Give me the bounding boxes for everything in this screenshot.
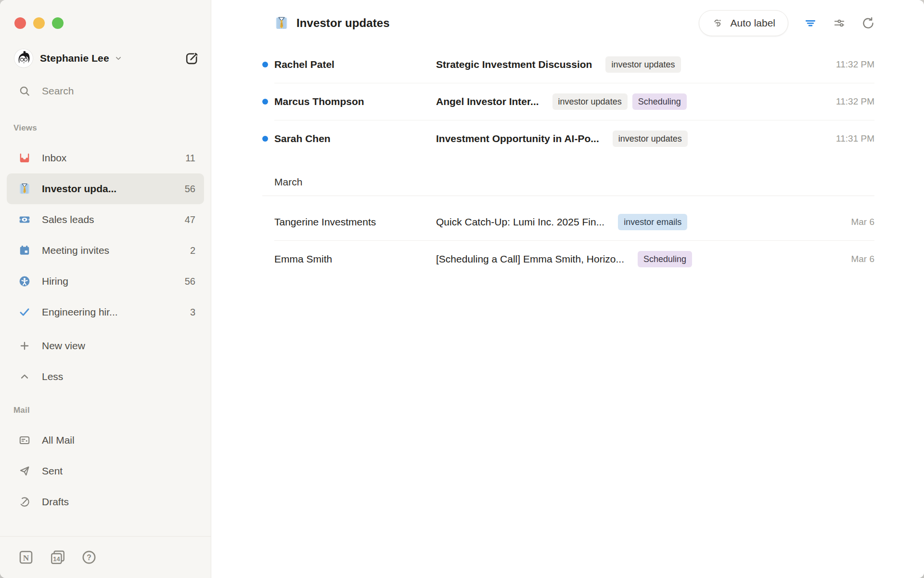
tag-investor-emails[interactable]: investor emails (618, 214, 687, 230)
email-time: Mar 6 (841, 254, 874, 264)
auto-label-button[interactable]: Auto label (699, 10, 788, 36)
chevron-up-icon (18, 370, 31, 383)
sidebar-item-label: Engineering hir... (42, 306, 118, 318)
search-button[interactable]: Search (18, 85, 211, 97)
unread-count: 47 (185, 214, 195, 225)
notion-logo-icon[interactable]: N (17, 549, 35, 566)
necktie-icon (274, 16, 289, 30)
sidebar-footer: N 14 ? (0, 536, 211, 578)
email-sender: Emma Smith (274, 253, 436, 265)
view-header: Investor updates Auto label (211, 0, 924, 46)
unread-count: 11 (185, 153, 195, 164)
email-row[interactable]: Tangerine Investments Quick Catch-Up: Lu… (211, 204, 924, 240)
person-circle-icon (18, 275, 31, 288)
email-row[interactable]: Rachel Patel Strategic Investment Discus… (211, 46, 924, 83)
sliders-icon[interactable] (833, 16, 846, 30)
sidebar-item-meeting-invites[interactable]: Meeting invites 2 (7, 235, 204, 266)
unread-count: 3 (190, 307, 195, 318)
sidebar: Stephanie Lee Search (0, 0, 211, 578)
close-window-button[interactable] (14, 17, 26, 29)
necktie-icon (18, 183, 31, 195)
mail-list: All Mail Sent Drafts (0, 425, 211, 517)
search-label: Search (42, 85, 74, 97)
svg-text:?: ? (87, 553, 91, 562)
unread-dot (262, 136, 268, 142)
notion-calendar-icon[interactable]: 14 (49, 549, 66, 566)
march-group: Tangerine Investments Quick Catch-Up: Lu… (211, 196, 924, 277)
filter-icon[interactable] (804, 16, 817, 30)
unread-dot (262, 62, 268, 67)
user-name: Stephanie Lee (40, 53, 109, 64)
zoom-window-button[interactable] (52, 17, 64, 29)
sidebar-item-sales-leads[interactable]: Sales leads 47 (7, 204, 204, 235)
views-section-label: Views (13, 123, 211, 133)
sidebar-item-label: All Mail (42, 434, 75, 446)
sidebar-item-label: Sent (42, 465, 63, 477)
refresh-icon[interactable] (861, 16, 875, 30)
app-window: Stephanie Lee Search (0, 0, 924, 578)
unread-dot (262, 99, 268, 105)
email-time: 11:31 PM (826, 133, 874, 144)
less-label: Less (42, 371, 63, 382)
email-row[interactable]: Emma Smith [Scheduling a Call] Emma Smit… (211, 241, 924, 277)
tag-investor-updates[interactable]: investor updates (552, 93, 628, 110)
auto-label-icon (712, 17, 724, 29)
read-dot-placeholder (262, 256, 268, 262)
sidebar-item-label: Drafts (42, 496, 69, 508)
email-tags: investor updates (613, 131, 688, 147)
email-tags: investor emails (618, 214, 687, 230)
email-time: 11:32 PM (826, 96, 874, 107)
account-switcher[interactable]: Stephanie Lee (14, 49, 199, 67)
drafts-icon (18, 496, 31, 508)
email-tags: investor updates Scheduling (552, 93, 687, 110)
sidebar-item-sent[interactable]: Sent (7, 456, 204, 486)
new-view-button[interactable]: New view (7, 330, 204, 361)
new-view-label: New view (42, 340, 85, 352)
unread-count: 56 (185, 184, 195, 195)
search-icon (18, 85, 31, 97)
sidebar-item-all-mail[interactable]: All Mail (7, 425, 204, 456)
chevron-down-icon (114, 54, 123, 63)
views-list: Inbox 11 Investor upda... 56 (0, 143, 211, 392)
email-tags: Scheduling (638, 251, 692, 267)
svg-text:14: 14 (53, 555, 60, 563)
calendar-icon (18, 244, 31, 257)
inbox-icon (18, 152, 31, 164)
sidebar-item-hiring[interactable]: Hiring 56 (7, 266, 204, 297)
compose-button[interactable] (184, 51, 199, 66)
plus-icon (18, 340, 31, 352)
tag-scheduling[interactable]: Scheduling (638, 251, 692, 267)
email-row[interactable]: Sarah Chen Investment Opportunity in AI-… (211, 120, 924, 157)
email-sender: Marcus Thompson (274, 96, 436, 107)
sidebar-item-label: Investor upda... (42, 183, 116, 195)
email-time: 11:32 PM (826, 59, 874, 70)
email-row[interactable]: Marcus Thompson Angel Investor Inter... … (211, 83, 924, 120)
sidebar-item-label: Meeting invites (42, 245, 109, 256)
sent-icon (18, 465, 31, 477)
email-list: Rachel Patel Strategic Investment Discus… (211, 46, 924, 578)
sidebar-item-engineering-hiring[interactable]: Engineering hir... 3 (7, 297, 204, 328)
sidebar-item-inbox[interactable]: Inbox 11 (7, 143, 204, 173)
mail-section-label: Mail (13, 406, 211, 415)
read-dot-placeholder (262, 219, 268, 225)
tag-investor-updates[interactable]: investor updates (605, 56, 680, 73)
email-subject: [Scheduling a Call] Emma Smith, Horizo..… (436, 253, 624, 265)
page-title: Investor updates (296, 16, 390, 30)
sidebar-item-drafts[interactable]: Drafts (7, 486, 204, 517)
sidebar-item-label: Sales leads (42, 214, 94, 225)
email-subject: Strategic Investment Discussion (436, 59, 592, 70)
sidebar-item-investor-updates[interactable]: Investor upda... 56 (7, 173, 204, 204)
view-actions: New view Less (7, 330, 204, 392)
banknote-icon (18, 213, 31, 226)
less-button[interactable]: Less (7, 361, 204, 392)
window-controls (0, 0, 211, 29)
help-icon[interactable]: ? (81, 549, 98, 566)
tag-investor-updates[interactable]: investor updates (613, 131, 688, 147)
tag-scheduling[interactable]: Scheduling (632, 93, 687, 110)
auto-label-button-label: Auto label (731, 17, 775, 29)
minimize-window-button[interactable] (33, 17, 45, 29)
email-tags: investor updates (605, 56, 680, 73)
email-subject: Quick Catch-Up: Lumi Inc. 2025 Fin... (436, 216, 604, 228)
email-sender: Sarah Chen (274, 133, 436, 144)
email-sender: Rachel Patel (274, 59, 436, 70)
